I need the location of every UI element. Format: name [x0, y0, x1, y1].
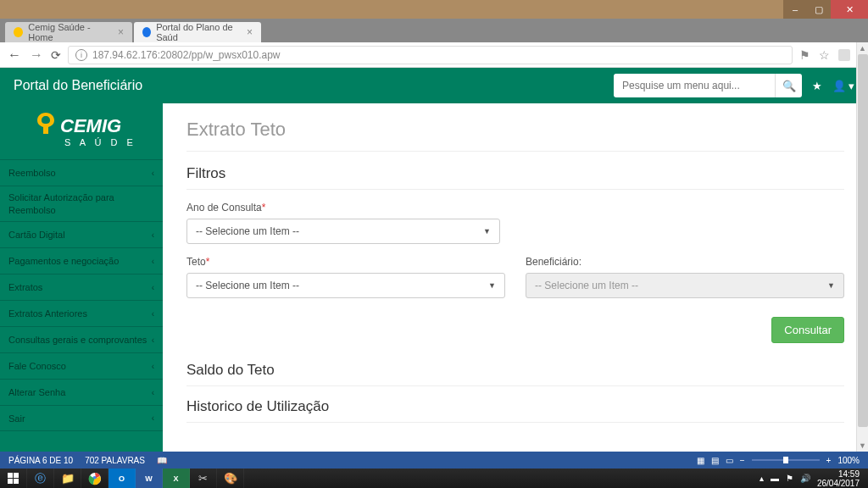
taskbar: ⓔ 📁 O W X ✂ 🎨 ▴ ▬ ⚑ 🔊 14:59 26/04/2017: [0, 469, 868, 488]
view-mode-icon[interactable]: ▦: [697, 456, 704, 465]
nav-back-button[interactable]: ←: [7, 47, 22, 63]
windows-icon: [8, 473, 19, 484]
chevron-left-icon: ‹: [152, 388, 154, 397]
favorites-icon[interactable]: ★: [812, 80, 822, 92]
sidebar-item-extratos[interactable]: Extratos‹: [0, 274, 163, 300]
zoom-out-icon[interactable]: −: [740, 456, 745, 465]
chevron-left-icon: ‹: [152, 309, 154, 319]
sidebar-item-extratos-anteriores[interactable]: Extratos Anteriores‹: [0, 300, 163, 326]
teto-select[interactable]: -- Selecione um Item -- ▼: [186, 273, 505, 298]
maximize-icon: ▢: [815, 4, 823, 15]
user-icon: 👤: [832, 80, 846, 92]
tab-title: Cemig Saúde - Home: [28, 22, 113, 42]
consultar-button[interactable]: Consultar: [771, 317, 844, 343]
tray-volume-icon[interactable]: 🔊: [800, 474, 810, 483]
window-close-button[interactable]: ✕: [831, 0, 868, 19]
extension-icon[interactable]: ⚑: [799, 48, 810, 62]
taskbar-outlook[interactable]: O: [108, 469, 136, 488]
cemig-saude-logo: CEMIG S A Ú D E: [22, 110, 141, 152]
select-value: -- Selecione um Item --: [196, 225, 299, 237]
ano-select[interactable]: -- Selecione um Item -- ▼: [186, 219, 500, 244]
sidebar-item-label: Consultas gerais e comprovantes: [8, 335, 147, 345]
start-button[interactable]: [0, 469, 27, 488]
user-menu-button[interactable]: 👤 ▾: [832, 80, 854, 92]
form-row-ano: Ano de Consulta* -- Selecione um Item --…: [186, 202, 844, 244]
sidebar-item-consultas[interactable]: Consultas gerais e comprovantes‹: [0, 326, 163, 352]
sidebar-item-alterar-senha[interactable]: Alterar Senha‹: [0, 379, 163, 405]
word-count[interactable]: 702 PALAVRAS: [85, 456, 145, 465]
taskbar-chrome[interactable]: [81, 469, 108, 488]
nav-reload-button[interactable]: ⟳: [51, 48, 61, 62]
saldo-heading: Saldo do Teto: [186, 362, 844, 386]
select-value: -- Selecione um Item --: [535, 280, 638, 291]
browser-tab-cemig-home[interactable]: Cemig Saúde - Home ×: [5, 22, 132, 42]
scroll-down-icon[interactable]: ▼: [857, 440, 868, 452]
sidebar-item-pagamentos[interactable]: Pagamentos e negociação‹: [0, 247, 163, 274]
portal-search: 🔍: [614, 74, 802, 97]
portal-header-actions: 🔍 ★ 👤 ▾: [614, 74, 854, 97]
taskbar-paint[interactable]: 🎨: [217, 469, 244, 488]
sidebar-item-label: Extratos: [8, 282, 42, 292]
chevron-down-icon: ▾: [849, 80, 854, 92]
url-input[interactable]: i 187.94.62.176:20802/pp/w_pwsx010.apw: [68, 46, 793, 64]
tab-favicon-icon: [142, 27, 151, 37]
sidebar-item-label: Solicitar Autorização para Reembolso: [8, 191, 154, 216]
form-row-teto-benef: Teto* -- Selecione um Item -- ▼ Benefici…: [186, 256, 844, 298]
tray-date: 26/04/2017: [817, 479, 860, 488]
main-area: CEMIG S A Ú D E Reembolso‹ Solicitar Aut…: [0, 103, 868, 452]
taskbar-word[interactable]: W: [136, 469, 163, 488]
beneficiario-label: Beneficiário:: [526, 256, 844, 268]
window-minimize-button[interactable]: –: [783, 0, 807, 19]
svg-text:S A Ú D E: S A Ú D E: [64, 137, 136, 147]
browser-tab-portal[interactable]: Portal do Plano de Saúd ×: [134, 22, 261, 42]
historico-heading: Historico de Utilização: [186, 398, 844, 423]
zoom-level[interactable]: 100%: [837, 456, 860, 465]
tab-close-icon[interactable]: ×: [247, 26, 253, 38]
content: Extrato Teto Filtros Ano de Consulta* --…: [163, 103, 868, 452]
sidebar-item-cartao[interactable]: Cartão Digital‹: [0, 221, 163, 247]
search-input[interactable]: [614, 74, 775, 97]
view-mode-icon[interactable]: ▭: [726, 456, 733, 465]
browser-scrollbar[interactable]: ▲ ▼: [856, 42, 868, 452]
sidebar-item-sair[interactable]: Sair‹: [0, 405, 163, 431]
address-bar: ← → ⟳ i 187.94.62.176:20802/pp/w_pwsx010…: [0, 42, 868, 68]
sidebar: CEMIG S A Ú D E Reembolso‹ Solicitar Aut…: [0, 103, 163, 452]
chevron-left-icon: ‹: [152, 362, 154, 371]
search-button[interactable]: 🔍: [775, 74, 802, 97]
sidebar-item-fale-conosco[interactable]: Fale Conosco‹: [0, 352, 163, 379]
taskbar-ie[interactable]: ⓔ: [27, 469, 54, 488]
tab-title: Portal do Plano de Saúd: [156, 22, 242, 42]
bookmark-icon[interactable]: ☆: [819, 48, 830, 62]
taskbar-snip[interactable]: ✂: [190, 469, 217, 488]
tray-clock[interactable]: 14:59 26/04/2017: [817, 469, 860, 488]
sidebar-item-label: Fale Conosco: [8, 361, 66, 371]
sidebar-item-reembolso[interactable]: Reembolso‹: [0, 159, 163, 186]
taskbar-excel[interactable]: X: [163, 469, 190, 488]
scroll-thumb[interactable]: [858, 54, 868, 427]
search-icon: 🔍: [782, 80, 796, 92]
scroll-up-icon[interactable]: ▲: [857, 42, 868, 54]
tray-up-icon[interactable]: ▴: [760, 474, 764, 483]
spellcheck-icon[interactable]: 📖: [157, 456, 167, 465]
window-maximize-button[interactable]: ▢: [807, 0, 831, 19]
site-info-icon[interactable]: i: [75, 49, 87, 61]
zoom-slider[interactable]: [752, 459, 820, 461]
beneficiario-select[interactable]: -- Selecione um Item -- ▼: [526, 273, 844, 298]
browser-tabs: Cemig Saúde - Home × Portal do Plano de …: [0, 19, 868, 42]
account-icon[interactable]: [838, 49, 850, 61]
chevron-left-icon: ‹: [152, 413, 154, 423]
chevron-left-icon: ‹: [152, 230, 154, 240]
logo: CEMIG S A Ú D E: [0, 103, 163, 159]
page-indicator[interactable]: PÁGINA 6 DE 10: [8, 456, 73, 465]
sidebar-item-solicitar[interactable]: Solicitar Autorização para Reembolso: [0, 186, 163, 221]
view-mode-icon[interactable]: ▤: [711, 456, 719, 465]
sidebar-item-label: Extratos Anteriores: [8, 308, 87, 319]
tab-close-icon[interactable]: ×: [118, 26, 124, 38]
ano-label: Ano de Consulta*: [186, 202, 500, 214]
zoom-in-icon[interactable]: +: [826, 456, 832, 465]
tray-network-icon[interactable]: ▬: [771, 474, 779, 483]
sidebar-item-label: Sair: [8, 413, 25, 424]
tray-flag-icon[interactable]: ⚑: [786, 474, 793, 483]
taskbar-explorer[interactable]: 📁: [54, 469, 81, 488]
nav-forward-button[interactable]: →: [29, 47, 44, 63]
